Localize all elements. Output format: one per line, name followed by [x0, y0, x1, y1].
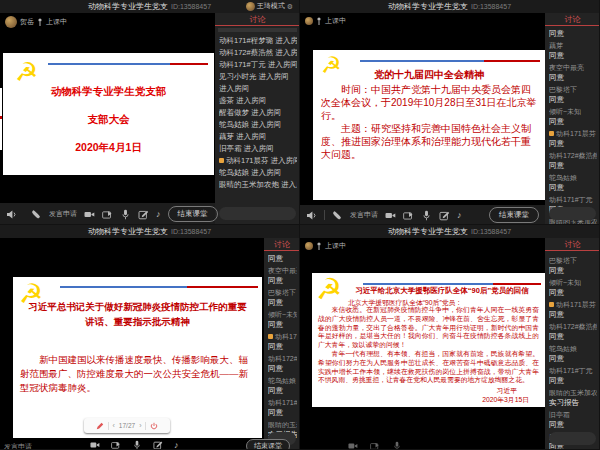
- speak-request-label[interactable]: 发言申请: [49, 209, 77, 219]
- share-screen-icon[interactable]: [403, 210, 414, 221]
- chat-join-message: 动科171晨芬 进入房间: [219, 155, 297, 167]
- chat-sender-name: 巴黎塔下: [549, 85, 597, 95]
- page-indicator: 17/27: [119, 422, 135, 429]
- chat-input[interactable]: [549, 207, 596, 220]
- room-id: ID:13588457: [471, 228, 511, 235]
- slide-title: 动物科学专业学生党支部: [3, 85, 214, 99]
- presenter-name: 贺岳: [20, 17, 34, 27]
- chat-reply-message: 同意: [549, 51, 597, 61]
- chat-reply-message: 同意: [549, 266, 597, 276]
- presenter-avatar[interactable]: [305, 242, 313, 250]
- music-note-icon[interactable]: ♪: [156, 210, 161, 219]
- chat-sender-name: 眼睛的玉米加农炮: [549, 388, 597, 398]
- speak-request-label[interactable]: 发言申请: [350, 210, 378, 220]
- chat-sidebar: 讨论 巴黎塔下同意倾听~未知同意动科171晨芬同意动科172#蔡浩然同意鸵鸟姑娘…: [545, 238, 600, 449]
- chat-join-message: 动科171#程梦璐 进入房间: [219, 35, 297, 47]
- bottom-toolbar: 发言申请 ♪ 结束课堂: [300, 205, 545, 225]
- share-screen-icon[interactable]: [111, 440, 121, 450]
- chat-reply-message: 同意: [549, 117, 597, 127]
- room-id: ID:13588457: [171, 228, 211, 235]
- chat-reply-message: 同意: [268, 320, 297, 330]
- chat-join-message: 见习小时光 进入房间: [219, 71, 297, 83]
- camera-icon[interactable]: [385, 210, 396, 221]
- chat-join-message: 眼睛的玉米加农炮 进入房间: [219, 179, 297, 191]
- chat-input[interactable]: [219, 207, 296, 220]
- chat-sender-name: 动科172#蔡浩然: [549, 151, 597, 161]
- chat-sender-name: 动科171#丁元: [549, 195, 597, 205]
- edit-icon[interactable]: [153, 440, 163, 450]
- tab-discussion[interactable]: 讨论: [545, 13, 600, 26]
- chat-sidebar: 讨论 同意夜空中最亮同意巴黎塔下同意倾听~未知同意动科171晨芬同意动科172#…: [264, 238, 300, 449]
- slide: ☭ 动物科学专业学生党支部 支部大会 2020年4月1日: [3, 53, 214, 175]
- camera-icon[interactable]: [84, 209, 95, 220]
- end-class-button[interactable]: 结束课堂: [168, 206, 218, 222]
- next-page-icon[interactable]: ›: [139, 422, 141, 429]
- chat-list: 同意夜空中最亮同意巴黎塔下同意倾听~未知同意动科171晨芬同意动科172#蔡浩然…: [264, 251, 300, 449]
- mic-icon[interactable]: [132, 440, 142, 450]
- slide: ☭ 习近平给北京大学援鄂医疗队全体“90后”党员的回信 北京大学援鄂医疗队全体“…: [312, 273, 545, 407]
- presenter-row: 上课中: [305, 16, 346, 26]
- mic-icon[interactable]: [392, 441, 402, 450]
- end-class-button[interactable]: 结束课堂: [246, 439, 290, 450]
- member-badge-icon: [219, 158, 224, 163]
- edit-icon[interactable]: [138, 209, 149, 220]
- chat-sender-name: 巴黎塔下: [549, 256, 597, 266]
- prev-page-icon[interactable]: ‹: [113, 422, 115, 429]
- power-icon[interactable]: [150, 422, 158, 430]
- tab-label: 讨论: [565, 239, 581, 250]
- mic-icon[interactable]: [421, 210, 432, 221]
- slide-title: 习近平给北京大学援鄂医疗队全体“90后”党员的回信: [342, 286, 542, 296]
- slide: ☭ 党的十九届四中全会精神 时间：中国共产党第十九届中央委员会第四次全体会议，于…: [313, 50, 545, 200]
- tab-discussion[interactable]: 讨论: [264, 238, 300, 251]
- pen-icon[interactable]: [96, 422, 104, 430]
- live-icon: [316, 17, 322, 25]
- slide-body: 时间：中国共产党第十九届中央委员会第四次全体会议，于2019年10月28日至31…: [321, 83, 537, 161]
- slide-pager: ‹ 17/27 ›: [84, 418, 170, 433]
- four-screenshot-montage: 动物科学专业学生党支 ID:13588457 王琦模式 ⚙ 贺岳 上课中 ☭ 动…: [0, 0, 600, 450]
- presenter-avatar[interactable]: [305, 17, 313, 25]
- music-note-icon[interactable]: ♪: [174, 441, 179, 450]
- gear-icon[interactable]: ⚙: [287, 3, 293, 10]
- chat-input[interactable]: [549, 432, 596, 445]
- slide-paragraph: 来信收悉。在新冠肺炎疫情防控斗争中，你们青年人同在一线英勇奋战的广大疫情防控人员…: [318, 306, 539, 350]
- bottom-toolbar: 发言申请 ♪ 结束课堂: [0, 203, 215, 225]
- mode-chip[interactable]: 王琦模式 ⚙: [246, 1, 293, 11]
- chat-sidebar: 讨论 动科171#程梦璐 进入房间动科172#蔡浩然 进入房间动科171#丁元 …: [215, 13, 300, 224]
- chat-list: 动科171#程梦璐 进入房间动科172#蔡浩然 进入房间动科171#丁元 进入房…: [215, 32, 300, 191]
- camera-icon[interactable]: [348, 441, 358, 450]
- divider-line: [360, 60, 540, 62]
- music-note-icon[interactable]: ♪: [457, 211, 462, 220]
- tab-discussion[interactable]: 讨论: [215, 13, 300, 26]
- chat-list: 同意藕芽同意夜空中最亮同意巴黎塔下同意倾听~未知同意动科171晨芬同意动科172…: [545, 26, 600, 224]
- chat-reply-message: 同意: [549, 183, 597, 193]
- mode-label: 王琦模式: [257, 1, 285, 11]
- chat-reply-message: 同意: [549, 29, 597, 39]
- chat-join-message: 盏茶 进入房间: [219, 95, 297, 107]
- speak-request-label[interactable]: 发言申请: [4, 442, 32, 450]
- chat-sender-name: 鸵鸟姑娘: [268, 376, 297, 386]
- chat-reply-message: 同意: [549, 288, 597, 298]
- phone-icon[interactable]: [31, 209, 42, 220]
- chat-reply-message: 同意: [549, 73, 597, 83]
- chat-reply-message: 同意: [549, 376, 597, 386]
- end-class-button[interactable]: 结束课堂: [489, 207, 539, 223]
- tab-label: 讨论: [274, 239, 290, 250]
- live-label: 上课中: [46, 17, 67, 27]
- chat-sender-name: 动科171晨芬: [549, 300, 597, 310]
- mic-icon[interactable]: [120, 209, 131, 220]
- speaker-icon[interactable]: [6, 209, 17, 220]
- tab-discussion[interactable]: 讨论: [545, 238, 600, 251]
- presenter-avatar[interactable]: [5, 16, 17, 28]
- room-id: ID:13588457: [471, 3, 511, 10]
- divider: [145, 422, 146, 430]
- speaker-icon[interactable]: [306, 210, 317, 221]
- titlebar: 动物科学专业学生党支 ID:13588457: [300, 225, 599, 238]
- phone-icon[interactable]: [332, 210, 343, 221]
- edit-icon[interactable]: [439, 210, 450, 221]
- share-screen-icon[interactable]: [370, 441, 380, 450]
- camera-icon[interactable]: [90, 440, 100, 450]
- avatar: [246, 2, 255, 11]
- share-screen-icon[interactable]: [102, 209, 113, 220]
- chat-reply-message: 同意: [549, 95, 597, 105]
- live-label: 上课中: [325, 241, 346, 251]
